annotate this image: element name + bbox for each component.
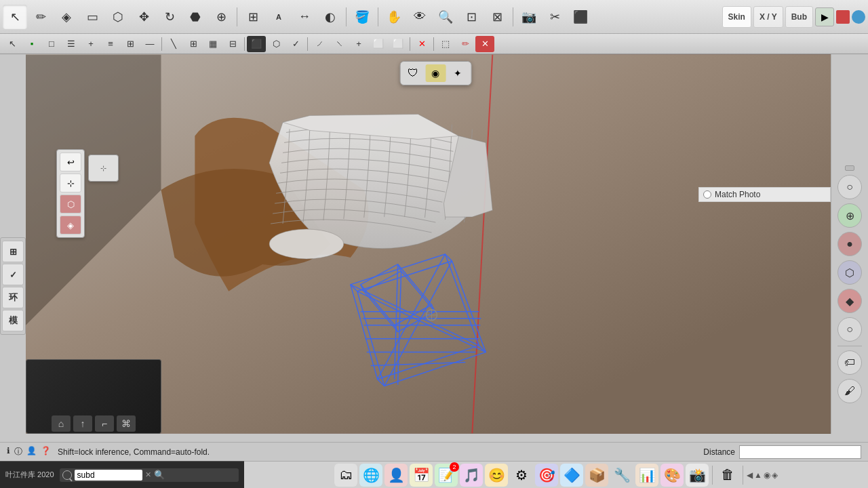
sec-rect-outline[interactable]: □ <box>42 36 61 52</box>
stop-button[interactable] <box>836 10 850 24</box>
dock-contacts[interactable]: 👤 <box>384 464 408 487</box>
right-box-tool[interactable]: ⬡ <box>837 260 862 285</box>
tab-skin[interactable]: Skin <box>722 6 751 28</box>
info-icon-1[interactable]: ℹ <box>7 446 10 458</box>
zoom-tool[interactable]: 🔍 <box>433 5 458 29</box>
sec-plus2[interactable]: + <box>349 36 368 52</box>
eraser-tool[interactable]: ◈ <box>54 5 79 29</box>
sec-diag-back[interactable]: ⟍ <box>330 36 349 52</box>
dock-calendar[interactable]: 📅 <box>410 464 433 487</box>
sec-cross[interactable]: ✕ <box>412 36 431 52</box>
vp-shield-btn[interactable]: 🛡 <box>403 64 423 82</box>
undo-view-btn[interactable]: ↩ <box>60 152 81 171</box>
sec-select[interactable]: ↖ <box>3 36 22 52</box>
section-tool[interactable]: ✂ <box>542 5 567 29</box>
vp-star-btn[interactable]: ✦ <box>448 64 468 82</box>
model-btn[interactable]: 模 <box>2 310 24 331</box>
nav-cmd[interactable]: ⌘ <box>117 415 136 432</box>
right-paint-tool[interactable]: 🖌 <box>837 379 862 403</box>
tab-xy[interactable]: X / Y <box>753 6 783 28</box>
sec-lines-h[interactable]: ☰ <box>62 36 81 52</box>
search-submit-icon[interactable]: 🔍 <box>154 470 165 480</box>
right-sphere2[interactable]: ○ <box>837 317 862 342</box>
cube-view-btn2[interactable]: ◈ <box>60 216 81 235</box>
tape-tool[interactable]: ⊞ <box>241 5 265 29</box>
text-tool[interactable]: A <box>267 5 291 29</box>
component-tool[interactable]: ⬛ <box>568 5 593 29</box>
dock-app2[interactable]: 🔷 <box>560 464 583 487</box>
info-icon-3[interactable]: 👤 <box>26 446 37 458</box>
sec-lines2[interactable]: ≡ <box>101 36 120 52</box>
nav-home[interactable]: ⌂ <box>52 415 71 432</box>
right-gem-tool[interactable]: ◆ <box>837 289 862 313</box>
sec-grid[interactable]: ⊞ <box>184 36 203 52</box>
table-btn[interactable]: ⊞ <box>2 241 24 262</box>
match-photo-radio[interactable] <box>703 190 711 199</box>
panel-thumbnail[interactable]: ⊹ <box>88 155 119 182</box>
sec-frame3[interactable]: ⬚ <box>436 36 455 52</box>
scale-tool[interactable]: ⬣ <box>183 5 208 29</box>
sec-frame2[interactable]: ⬜ <box>389 36 408 52</box>
tab-bub[interactable]: Bub <box>785 6 813 28</box>
sec-lines-add[interactable]: ⊞ <box>121 36 140 52</box>
sec-rect-green[interactable]: ▪ <box>22 36 41 52</box>
camera-tool[interactable]: 📷 <box>517 5 541 29</box>
select-tool[interactable]: ↖ <box>3 5 27 29</box>
zoom-window-tool[interactable]: ⊡ <box>459 5 484 29</box>
dock-browser[interactable]: 🌐 <box>359 464 382 487</box>
dock-extra-2[interactable]: ▲ <box>754 470 762 480</box>
dock-app6[interactable]: 🎨 <box>660 464 684 487</box>
right-scroll-area[interactable] <box>845 165 854 171</box>
circle-button[interactable] <box>852 10 865 24</box>
nav-up[interactable]: ↑ <box>73 415 92 432</box>
dock-trash[interactable]: 🗑 <box>716 464 739 487</box>
protractor-tool[interactable]: ◐ <box>318 5 342 29</box>
dock-extra-1[interactable]: ◀ <box>747 470 753 480</box>
dock-settings[interactable]: ⚙ <box>510 464 533 487</box>
dock-extra-4[interactable]: ◈ <box>772 470 778 480</box>
right-zoom-tool[interactable]: ⊕ <box>837 203 862 228</box>
sec-grid2[interactable]: ▦ <box>203 36 222 52</box>
sec-grid3[interactable]: ⊟ <box>223 36 242 52</box>
walk-tool[interactable]: 👁 <box>408 5 432 29</box>
nav-step[interactable]: ⌐ <box>95 415 114 432</box>
distance-input[interactable] <box>739 445 861 459</box>
sec-mat[interactable]: ⬛ <box>247 36 266 52</box>
dim-tool[interactable]: ↔ <box>292 5 317 29</box>
dock-notes[interactable]: 📝 2 <box>435 464 458 487</box>
pencil-tool[interactable]: ✏ <box>28 5 53 29</box>
push-pull-tool[interactable]: ⬡ <box>106 5 130 29</box>
dock-app3[interactable]: 📦 <box>585 464 608 487</box>
dock-extra-3[interactable]: ◉ <box>764 470 770 480</box>
dock-face[interactable]: 😊 <box>485 464 508 487</box>
rect-tool[interactable]: ▭ <box>80 5 104 29</box>
search-clear-icon[interactable]: ✕ <box>145 470 151 479</box>
sec-red-x[interactable]: ✕ <box>475 36 494 52</box>
vp-target-btn[interactable]: ◉ <box>425 64 446 82</box>
sec-check[interactable]: ✓ <box>286 36 305 52</box>
play-button[interactable]: ▶ <box>815 7 834 26</box>
right-circle-tool[interactable]: ○ <box>837 175 862 199</box>
check-btn[interactable]: ✓ <box>2 264 24 285</box>
sec-diag[interactable]: ╲ <box>164 36 183 52</box>
zoom-extents-tool[interactable]: ⊠ <box>485 5 509 29</box>
corners-view-btn[interactable]: ⊹ <box>60 174 81 192</box>
component-search-input[interactable] <box>75 470 142 481</box>
dock-app1[interactable]: 🎯 <box>535 464 558 487</box>
dock-finder[interactable]: 🗂 <box>334 464 357 487</box>
sec-add[interactable]: + <box>81 36 100 52</box>
ring-btn[interactable]: 环 <box>2 287 24 308</box>
info-icon-4[interactable]: ❓ <box>41 446 51 458</box>
cube-view-btn1[interactable]: ⬡ <box>60 195 81 214</box>
info-icon-2[interactable]: ⓘ <box>14 446 22 458</box>
sec-diag-forward[interactable]: ⟋ <box>310 36 329 52</box>
paint-tool[interactable]: 🪣 <box>350 5 374 29</box>
sec-wire[interactable]: ⬡ <box>267 36 285 52</box>
dock-camera[interactable]: 📸 <box>686 464 709 487</box>
sec-pencil2[interactable]: ✏ <box>456 36 475 52</box>
dock-app4[interactable]: 🔧 <box>610 464 633 487</box>
orbit-tool[interactable]: ✋ <box>382 5 406 29</box>
dock-music[interactable]: 🎵 <box>460 464 483 487</box>
right-red-sphere[interactable]: ● <box>837 232 862 256</box>
rotate-tool[interactable]: ↻ <box>157 5 182 29</box>
